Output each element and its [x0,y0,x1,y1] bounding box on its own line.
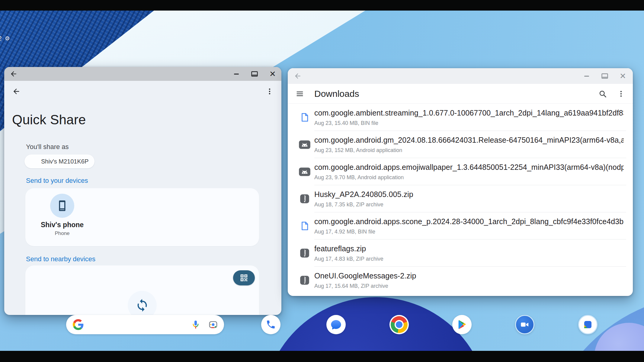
device-name: Shiv's phone [36,221,88,229]
files-app-icon [582,319,593,330]
three-dot-menu-icon [266,87,274,95]
file-row[interactable]: com.google.ambient.streaming_1.0.677.0-1… [288,104,633,131]
maximize-icon [251,71,258,77]
file-meta: Aug 17, 4.92 MB, BIN file [314,229,624,235]
quick-share-titlebar: ✕ [4,67,281,81]
file-meta: Aug 23, 9.70 MB, Android application [314,174,624,181]
quick-share-window: ✕ Quick Share You'll share as Shiv's M21… [4,67,281,315]
video-camera-icon [520,320,530,329]
minimize-icon [584,76,589,77]
minimize-button[interactable] [231,69,242,78]
nearby-scan-indicator [128,291,157,315]
wallpaper-lavender-circle [594,323,644,351]
taskbar-play-store-app[interactable] [452,315,472,334]
file-meta: Aug 23, 15.40 MB, BIN file [314,120,624,126]
qr-code-button[interactable] [233,270,255,285]
file-row[interactable]: featureflags.zip Aug 17, 4.83 kB, ZIP ar… [288,240,633,267]
taskbar-chrome-app[interactable] [389,315,409,334]
maximize-button[interactable] [600,71,610,81]
microphone-icon [191,320,200,329]
zip-file-icon [296,248,314,258]
file-row[interactable]: Husky_AP2A.240805.005.zip Aug 18, 7.35 k… [288,185,633,212]
avatar [26,156,37,167]
file-name: OneUI.GoogleMessages-2.zip [314,272,416,280]
settings-gear-icon: ⚙ [5,35,10,42]
taskbar-messages-app[interactable] [326,315,346,334]
voice-search-button[interactable] [191,320,200,329]
notification-badge: 2 [0,35,2,42]
overflow-menu-button[interactable] [617,90,625,98]
page-title: Quick Share [12,112,86,127]
apk-file-icon [296,140,314,149]
smartphone-icon [56,199,69,212]
taskbar-phone-app[interactable] [261,315,280,334]
letterbox-bottom [0,351,644,362]
file-row[interactable]: OneUI.GoogleMessages-2.zip Aug 17, 15.64… [288,267,633,294]
your-devices-card: Shiv's phone Phone [25,188,259,246]
file-name: com.google.ambient.streaming_1.0.677.0-1… [314,109,624,117]
file-row[interactable]: com.google.android.apps.emojiwallpaper_1… [288,158,633,185]
close-button[interactable]: ✕ [618,71,628,81]
google-lens-button[interactable] [208,320,218,329]
file-meta: Aug 18, 7.35 kB, ZIP archive [314,202,413,208]
file-row[interactable]: com.google.android.apps.scone_p.2024.28-… [288,212,633,240]
status-cluster: 2 ⚙ [0,35,10,42]
search-button[interactable] [598,90,607,98]
downloads-titlebar: ✕ [288,68,633,84]
app-back-button[interactable] [12,87,21,96]
bin-file-icon [296,221,314,231]
device-circle [50,194,74,218]
file-meta: Aug 17, 4.83 kB, ZIP archive [314,256,383,262]
zip-file-icon [296,275,314,285]
window-back-button[interactable] [293,71,303,81]
hamburger-menu-button[interactable] [296,90,304,98]
close-button[interactable]: ✕ [268,69,278,78]
nearby-devices-section-label: Send to nearby devices [26,255,95,263]
letterbox-top [0,0,644,11]
file-name: Husky_AP2A.240805.005.zip [314,190,413,199]
search-icon [598,90,607,98]
zip-file-icon [296,194,314,204]
three-dot-menu-icon [617,90,625,98]
page-title: Downloads [314,89,359,99]
close-icon: ✕ [269,70,276,78]
account-chip[interactable]: Shiv's M2101K6P [24,154,95,168]
google-lens-icon [208,320,218,329]
minimize-button[interactable] [582,71,592,81]
account-chip-label: Shiv's M2101K6P [41,158,88,165]
sync-icon [135,298,149,312]
downloads-window: ✕ Downloads com.google.ambient.stre [288,68,633,296]
maximize-icon [601,73,608,79]
play-store-icon [457,319,467,330]
google-search-bar[interactable] [66,315,224,334]
close-icon: ✕ [620,72,626,80]
google-g-logo-icon [73,319,84,330]
downloads-appbar: Downloads [288,84,633,104]
quick-share-appbar [4,81,281,102]
maximize-button[interactable] [249,69,260,78]
your-devices-section-label: Send to your devices [26,177,88,185]
phone-icon [266,319,276,330]
file-list: com.google.ambient.streaming_1.0.677.0-1… [288,104,633,296]
file-meta: Aug 23, 152 MB, Android application [314,147,624,154]
file-name: com.google.android.apps.scone_p.2024.28-… [314,217,624,226]
chrome-logo-icon [391,316,408,333]
desktop-screen: 2 ⚙ Sat, Aug 24 ✕ Qu [0,0,644,362]
file-name: com.google.android.apps.emojiwallpaper_1… [314,163,624,172]
file-row[interactable]: com.google.android.gm_2024.08.18.6664240… [288,131,633,158]
hamburger-icon [296,90,304,98]
share-as-label: You'll share as [26,143,69,151]
taskbar-video-app[interactable] [515,315,534,334]
device-tile[interactable]: Shiv's phone Phone [36,194,88,237]
taskbar-files-app[interactable] [578,315,598,334]
apk-file-icon [296,167,314,176]
back-arrow-icon [12,87,21,96]
file-meta: Aug 17, 15.64 MB, ZIP archive [314,283,416,289]
back-arrow-icon [10,70,18,78]
minimize-icon [234,74,239,75]
window-back-button[interactable] [8,69,19,78]
overflow-menu-button[interactable] [266,87,274,95]
chat-bubble-icon [330,319,342,330]
device-type: Phone [36,230,88,237]
bin-file-icon [296,112,314,122]
